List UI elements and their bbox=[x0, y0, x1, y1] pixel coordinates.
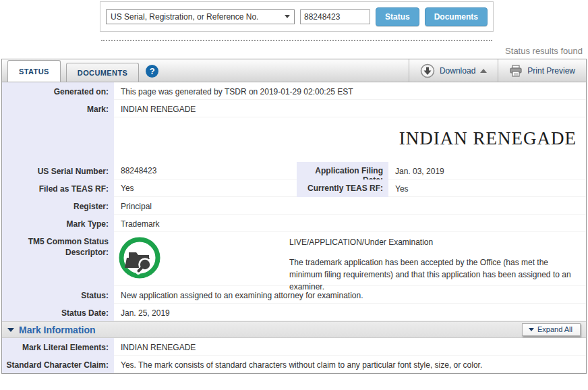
mark-literal-label: Mark Literal Elements: bbox=[2, 338, 114, 356]
dropdown-caret-icon bbox=[285, 15, 290, 18]
row-status: Status: New application assigned to an e… bbox=[2, 286, 586, 304]
tab-status[interactable]: STATUS bbox=[7, 60, 61, 82]
row-mark-literal: Mark Literal Elements: INDIAN RENEGADE bbox=[2, 338, 586, 356]
row-mark-type: Mark Type: Trademark bbox=[2, 215, 586, 232]
tm5-text-block: LIVE/APPLICATION/Under Examination The t… bbox=[289, 236, 579, 293]
search-type-dropdown[interactable]: US Serial, Registration, or Reference No… bbox=[106, 9, 295, 24]
mark-literal-value: INDIAN RENEGADE bbox=[114, 338, 586, 356]
tab-toolbar: STATUS DOCUMENTS ? Download bbox=[2, 59, 586, 82]
standard-claim-label: Standard Character Claim: bbox=[2, 356, 114, 373]
section-title: Mark Information bbox=[19, 325, 96, 335]
serial-number-value: 88248423 bbox=[114, 162, 297, 179]
row-serial-filing: US Serial Number: 88248423 Application F… bbox=[2, 162, 586, 179]
filing-date-label: Application Filing Date: bbox=[297, 162, 388, 179]
tab-documents-label: DOCUMENTS bbox=[78, 69, 128, 77]
search-input[interactable] bbox=[300, 9, 370, 24]
generated-on-label: Generated on: bbox=[2, 82, 114, 100]
filed-teas-label: Filed as TEAS RF: bbox=[2, 179, 114, 197]
download-button[interactable]: Download bbox=[409, 59, 498, 82]
status-date-label: Status Date: bbox=[2, 304, 114, 321]
expand-all-caret-icon bbox=[529, 328, 534, 331]
mark-value: INDIAN RENEGADE bbox=[114, 100, 586, 117]
search-type-selected-value: US Serial, Registration, or Reference No… bbox=[111, 12, 258, 22]
mark-information-section-header[interactable]: Mark Information Expand All bbox=[2, 321, 586, 338]
mark-label: Mark: bbox=[2, 100, 114, 117]
results-found-text: Status results found bbox=[0, 41, 588, 59]
documents-search-button[interactable]: Documents bbox=[425, 7, 488, 26]
tm5-status-line: LIVE/APPLICATION/Under Examination bbox=[289, 236, 579, 247]
row-standard-claim: Standard Character Claim: Yes. The mark … bbox=[2, 356, 586, 373]
status-label: Status: bbox=[2, 286, 114, 304]
filed-teas-value: Yes bbox=[114, 179, 297, 197]
printer-icon bbox=[509, 65, 523, 77]
generated-on-value: This page was generated by TSDR on 2019-… bbox=[114, 82, 586, 100]
row-status-date: Status Date: Jan. 25, 2019 bbox=[2, 304, 586, 321]
current-teas-label: Currently TEAS RF: bbox=[297, 179, 388, 197]
mark-image-label-spacer bbox=[2, 117, 114, 162]
current-teas-value: Yes bbox=[388, 179, 586, 197]
print-preview-button[interactable]: Print Preview bbox=[498, 59, 586, 82]
tm5-value: LIVE/APPLICATION/Under Examination The t… bbox=[114, 232, 586, 286]
row-mark: Mark: INDIAN RENEGADE bbox=[2, 100, 586, 117]
download-label: Download bbox=[440, 66, 475, 76]
tm5-label: TM5 Common Status Descriptor: bbox=[2, 232, 114, 286]
search-box: US Serial, Registration, or Reference No… bbox=[100, 1, 494, 32]
mark-type-label: Mark Type: bbox=[2, 215, 114, 232]
row-mark-image: INDIAN RENEGADE bbox=[2, 117, 586, 162]
mark-image-text: INDIAN RENEGADE bbox=[114, 117, 586, 162]
toolbar-actions: Download Print Preview bbox=[409, 59, 586, 82]
filing-date-value: Jan. 03, 2019 bbox=[388, 162, 586, 179]
print-preview-label: Print Preview bbox=[527, 66, 575, 76]
register-label: Register: bbox=[2, 197, 114, 215]
status-panel: STATUS DOCUMENTS ? Download bbox=[1, 59, 587, 374]
tab-documents[interactable]: DOCUMENTS bbox=[66, 63, 140, 82]
row-teas-rf: Filed as TEAS RF: Yes Currently TEAS RF:… bbox=[2, 179, 586, 197]
tm5-status-icon bbox=[118, 236, 161, 279]
search-area: US Serial, Registration, or Reference No… bbox=[0, 0, 588, 59]
section-collapse-icon bbox=[7, 328, 14, 332]
help-icon[interactable]: ? bbox=[146, 65, 158, 78]
status-date-value: Jan. 25, 2019 bbox=[114, 304, 586, 321]
row-tm5-descriptor: TM5 Common Status Descriptor: LIVE/APPLI… bbox=[2, 232, 586, 286]
row-generated-on: Generated on: This page was generated by… bbox=[2, 82, 586, 100]
mark-type-value: Trademark bbox=[114, 215, 586, 232]
expand-all-label: Expand All bbox=[537, 325, 572, 333]
serial-number-label: US Serial Number: bbox=[2, 162, 114, 179]
standard-claim-value: Yes. The mark consists of standard chara… bbox=[114, 356, 586, 373]
caret-up-icon bbox=[480, 69, 487, 73]
tab-status-label: STATUS bbox=[19, 67, 49, 76]
expand-all-button[interactable]: Expand All bbox=[522, 323, 581, 336]
download-icon bbox=[420, 63, 435, 78]
register-value: Principal bbox=[114, 197, 586, 215]
status-value: New application assigned to an examining… bbox=[114, 286, 586, 304]
status-search-button[interactable]: Status bbox=[376, 7, 419, 26]
row-register: Register: Principal bbox=[2, 197, 586, 215]
